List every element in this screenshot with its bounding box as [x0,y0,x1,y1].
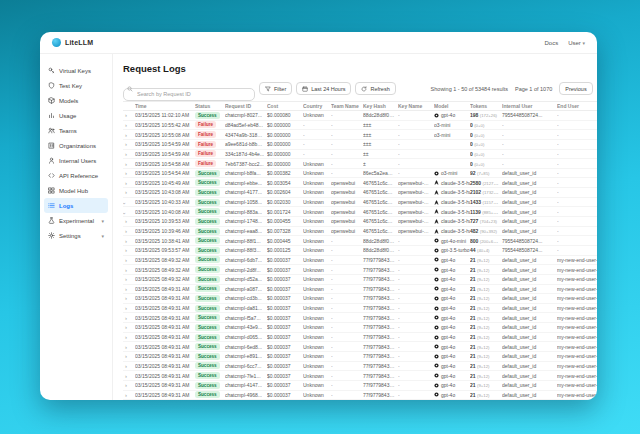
request-id-cell: chatcmpl-e891... [225,353,267,359]
team-name-cell: - [331,334,363,340]
internal-user-cell: default_user_id [502,382,557,388]
sidebar-item-usage[interactable]: Usage [44,108,108,123]
model-name: gpt-4o [441,305,455,311]
filter-button[interactable]: Filter [259,82,292,95]
table-row[interactable]: ›03/15/2025 10:54:54 AMSuccesschatcmpl-b… [123,169,597,179]
sidebar-item-label: Usage [59,113,76,119]
table-row[interactable]: ›03/15/2025 10:54:59 AMFailure334c187d-4… [123,150,597,160]
expand-chevron-icon[interactable]: › [123,209,135,215]
table-row[interactable]: ›03/15/2025 09:53:57 AMSuccesschatcmpl-8… [123,246,597,256]
table-row[interactable]: ›03/15/2025 08:49:31 AMSuccesschatcmpl-e… [123,352,597,362]
search-input[interactable] [123,88,255,101]
table-row[interactable]: ›03/15/2025 08:49:31 AMSuccesschatcmpl-f… [123,313,597,323]
time-cell: 03/15/2025 08:49:31 AM [135,392,195,398]
end-user-cell: - [557,218,597,224]
model-cell: gpt-4o [434,315,470,321]
expand-chevron-icon[interactable]: › [123,180,135,186]
expand-chevron-icon[interactable]: › [123,315,135,321]
expand-chevron-icon[interactable]: › [123,122,135,128]
app-logo[interactable]: LiteLLM [52,38,93,47]
expand-chevron-icon[interactable]: › [123,161,135,167]
key-name-cell: - [398,276,434,282]
expand-chevron-icon[interactable]: › [123,141,135,147]
key-name-cell: - [398,112,434,118]
time-range-button[interactable]: Last 24 Hours [296,82,351,95]
refresh-button[interactable]: Refresh [355,82,395,95]
sidebar-item-model-hub[interactable]: Model Hub [44,183,108,198]
key-name-cell: openwebui-key-2 [398,199,434,205]
table-row[interactable]: ›03/15/2025 08:49:31 AMSuccesschatcmpl-c… [123,294,597,304]
filter-button-label: Filter [274,86,286,92]
sidebar-item-api-reference[interactable]: API Reference [44,168,108,183]
table-row[interactable]: ›03/15/2025 10:40:08 AMSuccesschatcmpl-8… [123,207,597,217]
table-row[interactable]: ›03/15/2025 08:49:32 AMSuccesschatcmpl-d… [123,275,597,285]
top-navbar: LiteLLM Docs User ▾ [40,32,597,54]
expand-chevron-icon[interactable]: › [123,334,135,340]
table-row[interactable]: ›03/15/2025 10:39:46 AMSuccesschatcmpl-e… [123,227,597,237]
key-name-cell: - [398,334,434,340]
expand-chevron-icon[interactable]: › [123,257,135,263]
expand-chevron-icon[interactable]: › [123,199,135,205]
docs-link[interactable]: Docs [544,40,558,46]
expand-chevron-icon[interactable]: › [123,267,135,273]
internal-user-cell: - [502,132,557,138]
table-row[interactable]: ›03/15/2025 08:49:32 AMSuccesschatcmpl-6… [123,256,597,266]
table-row[interactable]: ›03/15/2025 08:49:31 AMSuccesschatcmpl-7… [123,371,597,381]
tokens-cell: 0 (0+0) [470,122,502,128]
table-row[interactable]: ›03/15/2025 10:39:53 AMSuccesschatcmpl-1… [123,217,597,227]
expand-chevron-icon[interactable]: › [123,247,135,253]
expand-chevron-icon[interactable]: › [123,218,135,224]
sidebar-item-experimental[interactable]: Experimental▾ [44,213,108,228]
table-row[interactable]: ›03/15/2025 11:02:10 AMSuccesschatcmpl-8… [123,111,597,121]
table-row[interactable]: ›03/15/2025 08:49:31 AMSuccesschatcmpl-a… [123,285,597,295]
table-row[interactable]: ›03/15/2025 10:43:08 AMSuccesschatcmpl-4… [123,188,597,198]
expand-chevron-icon[interactable]: › [123,228,135,234]
table-row[interactable]: ›03/15/2025 10:55:42 AMFailured84ad5ef-e… [123,121,597,131]
tokens-cell: 92 (7+85) [470,170,502,176]
expand-chevron-icon[interactable]: › [123,151,135,157]
table-row[interactable]: ›03/15/2025 08:49:31 AMSuccesschatcmpl-4… [123,323,597,333]
table-row[interactable]: ›03/15/2025 08:49:31 AMSuccesschatcmpl-6… [123,342,597,352]
expand-chevron-icon[interactable]: › [123,112,135,118]
expand-chevron-icon[interactable]: › [123,295,135,301]
expand-chevron-icon[interactable]: › [123,238,135,244]
sidebar-item-organizations[interactable]: Organizations [44,138,108,153]
table-row[interactable]: ›03/15/2025 10:55:08 AMFailure43474a9b-3… [123,130,597,140]
end-user-cell: - [557,238,597,244]
sidebar-item-internal-users[interactable]: Internal Users [44,153,108,168]
table-row[interactable]: ›03/15/2025 10:54:58 AMFailure7eb67387-b… [123,159,597,169]
previous-page-button[interactable]: Previous [559,82,592,95]
table-row[interactable]: ›03/15/2025 08:49:31 AMSuccesschatcmpl-4… [123,391,597,400]
table-row[interactable]: ›03/15/2025 10:45:49 AMSuccesschatcmpl-e… [123,178,597,188]
table-row[interactable]: ›03/15/2025 08:49:31 AMSuccesschatcmpl-d… [123,304,597,314]
refresh-button-label: Refresh [370,86,389,92]
sidebar-item-virtual-keys[interactable]: Virtual Keys [44,63,108,78]
table-row[interactable]: ›03/15/2025 08:49:31 AMSuccesschatcmpl-4… [123,381,597,391]
table-row[interactable]: ›03/15/2025 08:49:32 AMSuccesschatcmpl-2… [123,265,597,275]
expand-chevron-icon[interactable]: › [123,189,135,195]
sidebar-item-settings[interactable]: Settings▾ [44,228,108,243]
expand-chevron-icon[interactable]: › [123,382,135,388]
sidebar-item-models[interactable]: Models [44,93,108,108]
table-row[interactable]: ›03/15/2025 10:38:41 AMSuccesschatcmpl-8… [123,236,597,246]
expand-chevron-icon[interactable]: › [123,353,135,359]
table-row[interactable]: ›03/15/2025 10:54:59 AMFailurea9ee681d-b… [123,140,597,150]
table-row[interactable]: ›03/15/2025 08:49:31 AMSuccesschatcmpl-d… [123,333,597,343]
user-menu[interactable]: User ▾ [568,40,585,46]
expand-chevron-icon[interactable]: › [123,132,135,138]
expand-chevron-icon[interactable]: › [123,363,135,369]
sidebar-item-test-key[interactable]: Test Key [44,78,108,93]
sidebar-item-logs[interactable]: Logs [44,198,108,213]
expand-chevron-icon[interactable]: › [123,286,135,292]
expand-chevron-icon[interactable]: › [123,305,135,311]
expand-chevron-icon[interactable]: › [123,276,135,282]
expand-chevron-icon[interactable]: › [123,392,135,398]
table-row[interactable]: ›03/15/2025 10:40:33 AMSuccesschatcmpl-1… [123,198,597,208]
expand-chevron-icon[interactable]: › [123,344,135,350]
expand-chevron-icon[interactable]: › [123,170,135,176]
country-cell: Unknown [303,189,331,195]
expand-chevron-icon[interactable]: › [123,373,135,379]
sidebar-item-teams[interactable]: Teams [44,123,108,138]
table-row[interactable]: ›03/15/2025 08:49:31 AMSuccesschatcmpl-6… [123,362,597,372]
expand-chevron-icon[interactable]: › [123,324,135,330]
